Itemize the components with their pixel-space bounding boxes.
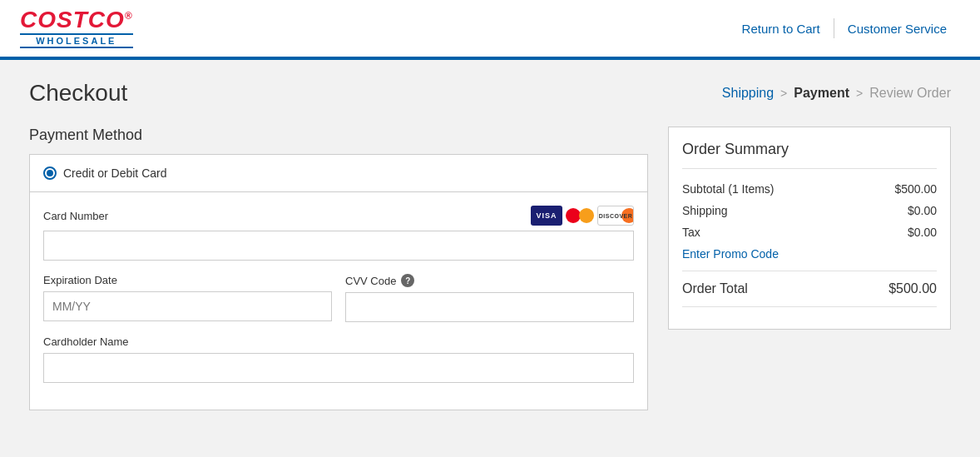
cvv-label: CVV Code <box>345 275 396 287</box>
exp-cvv-row: Expiration Date CVV Code ? <box>43 274 634 335</box>
tax-label: Tax <box>682 226 700 239</box>
shipping-value: $0.00 <box>908 204 937 217</box>
main-content: Checkout Shipping > Payment > Review Ord… <box>16 60 964 430</box>
order-summary-title: Order Summary <box>682 141 937 169</box>
cvv-group: CVV Code ? <box>345 274 634 322</box>
breadcrumb-step-shipping[interactable]: Shipping <box>722 86 774 101</box>
breadcrumb-step-payment: Payment <box>794 86 849 101</box>
breadcrumb-step-review: Review Order <box>869 86 951 101</box>
costco-logo-text: COSTCO® <box>20 8 133 32</box>
payment-box: Credit or Debit Card Card Number VISA <box>29 154 648 410</box>
customer-service-link[interactable]: Customer Service <box>834 22 960 36</box>
return-to-cart-link[interactable]: Return to Cart <box>729 22 834 36</box>
payment-option-label: Credit or Debit Card <box>63 166 167 180</box>
expiration-label: Expiration Date <box>43 274 332 286</box>
right-panel: Order Summary Subtotal (1 Items) $500.00… <box>668 127 951 330</box>
radio-selected-indicator <box>47 170 53 176</box>
mastercard-icon <box>566 206 594 226</box>
card-form: Card Number VISA DISCOVER <box>30 192 647 410</box>
card-icons: VISA DISCOVER <box>531 206 634 226</box>
credit-debit-option[interactable]: Credit or Debit Card <box>30 155 647 192</box>
order-total-label: Order Total <box>682 281 748 296</box>
subtotal-label: Subtotal (1 Items) <box>682 182 775 196</box>
tax-line: Tax $0.00 <box>682 226 937 239</box>
page-title: Checkout <box>29 80 127 107</box>
shipping-line: Shipping $0.00 <box>682 204 937 217</box>
order-total-value: $500.00 <box>888 281 937 296</box>
cvv-help-icon[interactable]: ? <box>401 274 414 287</box>
cvv-label-row: CVV Code ? <box>345 274 634 287</box>
cardholder-label: Cardholder Name <box>43 335 634 348</box>
content-layout: Payment Method Credit or Debit Card Card… <box>29 127 951 410</box>
order-total-line: Order Total $500.00 <box>682 271 937 307</box>
shipping-label: Shipping <box>682 204 728 217</box>
breadcrumb-chevron-2: > <box>856 87 863 100</box>
expiration-group: Expiration Date <box>43 274 332 322</box>
promo-code-link[interactable]: Enter Promo Code <box>682 247 937 261</box>
left-panel: Payment Method Credit or Debit Card Card… <box>29 127 648 410</box>
expiration-input[interactable] <box>43 291 332 321</box>
card-number-input[interactable] <box>43 231 634 261</box>
visa-icon: VISA <box>531 206 562 226</box>
radio-button[interactable] <box>43 166 57 180</box>
discover-icon: DISCOVER <box>597 206 634 226</box>
breadcrumb-chevron-1: > <box>780 87 787 100</box>
subtotal-line: Subtotal (1 Items) $500.00 <box>682 182 937 196</box>
header-nav: Return to Cart Customer Service <box>729 18 960 38</box>
breadcrumb: Shipping > Payment > Review Order <box>722 86 951 101</box>
tax-value: $0.00 <box>908 226 937 239</box>
subtotal-value: $500.00 <box>894 182 937 196</box>
order-summary-box: Order Summary Subtotal (1 Items) $500.00… <box>668 127 951 330</box>
page-title-row: Checkout Shipping > Payment > Review Ord… <box>29 80 951 107</box>
card-number-label-row: Card Number VISA DISCOVER <box>43 206 634 226</box>
wholesale-text: WHOLESALE <box>20 33 133 48</box>
cvv-input[interactable] <box>345 292 634 322</box>
payment-section-title: Payment Method <box>29 127 648 144</box>
card-number-group: Card Number VISA DISCOVER <box>43 206 634 261</box>
cardholder-group: Cardholder Name <box>43 335 634 383</box>
card-number-label: Card Number <box>43 210 108 222</box>
logo: COSTCO® WHOLESALE <box>20 8 133 48</box>
cardholder-input[interactable] <box>43 353 634 383</box>
site-header: COSTCO® WHOLESALE Return to Cart Custome… <box>0 0 980 60</box>
